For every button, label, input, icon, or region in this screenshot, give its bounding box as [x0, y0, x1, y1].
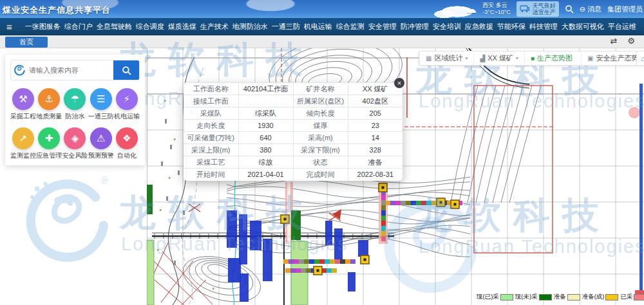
app-label: 采掘工程 — [10, 112, 36, 121]
toolbar-button[interactable]: ▣ 安全生产态势图 ▾ — [581, 51, 644, 65]
toolbar-button-icon: ▟ — [480, 55, 485, 62]
app-shortcut[interactable]: ❖ 自动化 — [114, 127, 140, 160]
nav-items: 一张图服务综合门户全息驾驶舱综合调度煤质选煤生产技术地测防治水一通三防机电运输综… — [24, 22, 644, 32]
truck-icon — [520, 5, 530, 13]
field-label: 走向长度 — [184, 120, 238, 132]
app-window: 煤业安全生产信息共享平台 ☁ 西安 多云 -3°C~10°C 天气良好 适宜生产 — [0, 0, 644, 305]
nav-item[interactable]: 煤质选煤 — [167, 22, 198, 32]
close-icon[interactable]: × — [393, 77, 405, 89]
field-value: 14 — [348, 132, 402, 144]
nav-item[interactable]: 防冲管理 — [399, 22, 430, 32]
weather-status-badge: 天气良好 适宜生产 — [516, 1, 559, 17]
field-value: 380 — [238, 144, 293, 156]
app-label: 应急管理 — [36, 151, 62, 160]
app-shortcut[interactable]: ⚓ 地质测量 — [36, 88, 62, 121]
app-icon: ☰ — [90, 88, 112, 110]
table-row: 采煤工艺 综放 状态 准备 — [184, 156, 402, 169]
field-value: 640 — [238, 132, 293, 144]
search-icon — [122, 66, 131, 75]
workface-info-dialog: × 工作面名称 402104工作面 矿井名称 XX 煤矿 接续工作面 — [184, 82, 402, 181]
nav-item[interactable]: 一通三防 — [270, 22, 301, 32]
app-shortcut[interactable]: ↗ 监测监控 — [10, 127, 36, 160]
field-value: 23 — [348, 120, 402, 132]
tab-home[interactable]: 首页 — [5, 37, 48, 48]
field-label: 采煤队 — [184, 107, 238, 120]
nav-item[interactable]: 节能环保 — [496, 22, 527, 32]
field-label: 采高(m) — [293, 132, 348, 144]
app-title: 煤业安全生产信息共享平台 — [3, 5, 111, 16]
nav-item[interactable]: 安全管理 — [367, 22, 398, 32]
app-shortcut[interactable]: ☰ 一通三防 — [88, 88, 114, 121]
app-shortcut[interactable]: ⚡ 机电运输 — [114, 88, 140, 121]
search-icon[interactable] — [565, 5, 574, 14]
nav-item[interactable]: 生产技术 — [199, 22, 230, 32]
toolbar-button-label: 生产态势图 — [537, 53, 573, 63]
legend-label: 准备(成) — [582, 293, 605, 301]
workface-info-table: 工作面名称 402104工作面 矿井名称 XX 煤矿 接续工作面 所属采区(盘区… — [184, 82, 402, 181]
nav-item[interactable]: 科技管理 — [528, 22, 559, 32]
app-label: 监测监控 — [10, 151, 36, 160]
map-area[interactable]: 龙软科技 LongRuan Technologies 龙软科技 LongRuan… — [0, 48, 644, 305]
messages-icon: ⊖ — [580, 5, 585, 14]
app-icon: ✚ — [38, 127, 60, 149]
table-row: 工作面名称 402104工作面 矿井名称 XX 煤矿 — [184, 83, 402, 95]
nav-item[interactable]: 平台运维 — [607, 22, 638, 32]
nav-item[interactable]: 综合监测 — [335, 22, 366, 32]
weather-temp: -3°C~10°C — [482, 9, 510, 16]
app-shortcut[interactable]: ⚠ 预测预警 — [88, 127, 114, 160]
field-label: 工作面名称 — [184, 83, 238, 95]
app-icon: ⚠ — [90, 127, 112, 149]
toolbar-button[interactable]: ▟ XX 煤矿 ▾ — [473, 51, 524, 65]
app-shortcut[interactable]: ✚ 应急管理 — [36, 127, 62, 160]
messages-button[interactable]: ⊖ 消息 — [580, 5, 601, 14]
app-icon: ◈ — [64, 127, 86, 149]
search-input[interactable] — [28, 66, 113, 75]
app-label: 防治水 — [65, 112, 84, 121]
cloud-icon: ☁ — [466, 4, 477, 15]
nav-item[interactable]: 地测防治水 — [231, 22, 269, 32]
app-shortcut[interactable]: ⚒ 采掘工程 — [10, 88, 36, 121]
nav-item[interactable]: 大数据可视化 — [560, 22, 605, 32]
nav-item[interactable]: 安全培训 — [431, 22, 462, 32]
legend-label: 现(未)采 — [515, 293, 538, 301]
app-label: 预测预警 — [88, 151, 114, 160]
legend-item: 已采 — [620, 293, 644, 301]
legend-label: 现(已)采 — [477, 293, 499, 301]
quick-access-panel: ⚒ 采掘工程 ⚓ 地质测量 ☂ 防治水 ☰ 一 — [5, 55, 145, 165]
main-nav: ≡ 一张图服务综合门户全息驾驶舱综合调度煤质选煤生产技术地测防治水一通三防机电运… — [0, 18, 644, 35]
field-label: 所属采区(盘区) — [293, 95, 348, 107]
nav-item[interactable]: 全息驾驶舱 — [95, 22, 133, 32]
legend-item: 准备 — [554, 293, 580, 301]
nav-item[interactable]: 机电运输 — [303, 22, 334, 32]
nav-item[interactable]: 应急救援 — [464, 22, 495, 32]
gear-icon[interactable]: ⚙ — [627, 36, 635, 46]
weather-text: 西安 多云 -3°C~10°C — [482, 2, 510, 16]
app-shortcut[interactable]: ☂ 防治水 — [62, 88, 88, 121]
home-icon[interactable]: ⌂ — [641, 55, 644, 62]
field-value: 2021-04-01 — [238, 169, 293, 181]
field-value: 1930 — [238, 120, 293, 132]
legend-item: 准备(成) — [582, 293, 619, 301]
field-value: 402盘区 — [348, 95, 402, 107]
search-button[interactable] — [113, 60, 139, 80]
app-label: 安全风险 — [62, 151, 88, 160]
user-account[interactable]: 集团管理员 — [607, 5, 643, 14]
table-row: 走向长度 1930 煤厚 23 — [184, 120, 402, 132]
tab-strip: 首页 ⇄ ⚙ — [0, 35, 644, 48]
app-shortcut[interactable]: ◈ 安全风险 — [62, 127, 88, 160]
hamburger-icon[interactable]: ≡ — [6, 21, 12, 32]
chevron-down-icon: ▾ — [465, 55, 468, 61]
toolbar-button[interactable]: ■ 生产态势图 — [524, 51, 581, 65]
refresh-icon[interactable]: ⇄ — [610, 36, 617, 46]
weather-status-2: 适宜生产 — [533, 9, 556, 15]
field-label: 采煤工艺 — [184, 156, 238, 169]
table-row: 开始时间 2021-04-01 完成时间 2022-08-31 — [184, 169, 402, 181]
field-label: 开始时间 — [184, 169, 238, 181]
toolbar-button[interactable]: ▦ 区域统计 ▾ — [419, 51, 473, 65]
app-icon: ☂ — [64, 88, 86, 110]
nav-item[interactable]: 一张图服务 — [24, 22, 62, 32]
toolbar-button-icon: ■ — [531, 55, 535, 62]
app-label: 地质测量 — [36, 112, 62, 121]
nav-item[interactable]: 综合调度 — [135, 22, 166, 32]
nav-item[interactable]: 综合门户 — [63, 22, 94, 32]
